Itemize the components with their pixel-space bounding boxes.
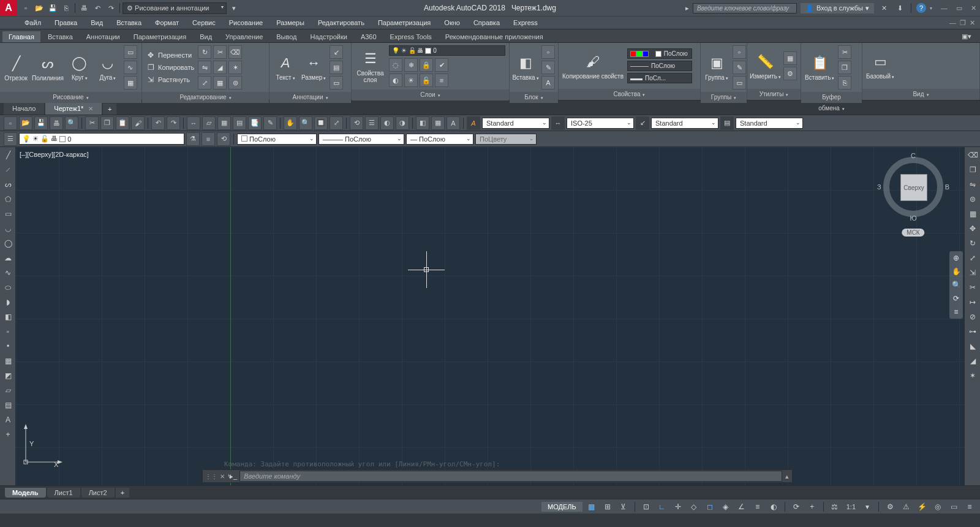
drawing-canvas[interactable]: [–][Сверху][2D-каркас] YX Сверху С Ю В З…: [16, 147, 964, 485]
layout-tab-1[interactable]: Лист1: [47, 488, 80, 498]
lineweight-dropdown[interactable]: ▬▬ ПоСл...: [627, 73, 692, 83]
table-style-dropdown[interactable]: Standard: [736, 118, 803, 129]
tb-copy-icon[interactable]: ❐: [100, 116, 114, 130]
lt-polygon-icon[interactable]: ⬠: [1, 192, 15, 206]
layout-tab-2[interactable]: Лист2: [81, 488, 115, 498]
tb-tp-icon[interactable]: ▤: [233, 116, 246, 130]
tb-mlstyle-icon[interactable]: ↙: [636, 116, 649, 130]
panel-utilities-title[interactable]: Утилиты: [747, 89, 801, 100]
status-hwaccel-icon[interactable]: ⚡: [915, 501, 929, 513]
layer-off-icon[interactable]: ◌: [389, 58, 402, 72]
file-tab-active[interactable]: Чертеж1*✕: [45, 102, 102, 115]
status-dynmode-icon[interactable]: ⊡: [639, 501, 653, 513]
minimize-button[interactable]: —: [941, 4, 948, 12]
leader-icon[interactable]: ↙: [330, 45, 343, 59]
ungroup-icon[interactable]: ▫: [733, 45, 746, 59]
status-annomon-icon[interactable]: +: [805, 501, 819, 513]
base-view-button[interactable]: ▭Базовый: [866, 52, 894, 80]
menu-dimension[interactable]: Размеры: [276, 19, 304, 26]
tb-textstyle-icon[interactable]: A: [467, 116, 480, 130]
insert-block-button[interactable]: ◧Вставка: [513, 53, 538, 82]
lt-hatch-icon[interactable]: ▦: [1, 354, 15, 368]
rt-mirror-icon[interactable]: ⇋: [966, 178, 979, 191]
text-button[interactable]: AТекст: [273, 53, 298, 82]
status-osnap-icon[interactable]: ◻: [703, 501, 717, 513]
block-create-icon[interactable]: ▫: [541, 45, 555, 59]
fillet-icon[interactable]: ◢: [213, 61, 227, 74]
lt-block-icon[interactable]: ▫: [1, 325, 15, 338]
tb-dist-icon[interactable]: ↔: [187, 116, 200, 130]
tb-dc-icon[interactable]: ▦: [217, 116, 231, 130]
status-grid-icon[interactable]: ▦: [585, 501, 598, 513]
tb-tablestyle-icon[interactable]: ▤: [720, 116, 734, 130]
rt-explode-icon[interactable]: ✶: [966, 369, 979, 382]
menu-draw[interactable]: Рисование: [229, 19, 263, 26]
status-annoscale-icon[interactable]: ⚖: [828, 501, 842, 513]
layout-tab-model[interactable]: Модель: [5, 488, 46, 498]
cmd-expand-icon[interactable]: ▴: [782, 472, 792, 480]
tb-zoom-win-icon[interactable]: 🔲: [314, 116, 328, 130]
lineweight-toolbar-dropdown[interactable]: — ПоСлою: [406, 134, 473, 145]
panel-view-title[interactable]: Вид: [862, 89, 979, 100]
status-customize-icon[interactable]: ≡: [963, 501, 976, 513]
tb-dimstyle-icon[interactable]: ↔: [551, 116, 565, 130]
lt-polyline-icon[interactable]: ᔕ: [1, 178, 15, 191]
menu-parametric[interactable]: Параметризация: [378, 19, 431, 26]
tb-layer-prev2-icon[interactable]: ⟲: [217, 132, 230, 146]
menu-help[interactable]: Справка: [473, 19, 500, 26]
maximize-button[interactable]: ▭: [956, 4, 962, 12]
status-otrack-icon[interactable]: ∠: [735, 501, 748, 513]
status-infer-icon[interactable]: ⊻: [617, 501, 630, 513]
rectangle-icon[interactable]: ▭: [124, 45, 137, 59]
ribbon-tab-manage[interactable]: Управление: [219, 31, 269, 42]
lt-table-icon[interactable]: ▤: [1, 398, 15, 412]
rt-stretch-icon[interactable]: ⇲: [966, 266, 979, 279]
rt-rotate-icon[interactable]: ↻: [966, 237, 979, 250]
lt-revcloud-icon[interactable]: ☁: [1, 251, 15, 265]
tb-matchprop-icon[interactable]: 🖌: [131, 116, 145, 130]
menu-express[interactable]: Express: [513, 19, 538, 26]
app-store-icon[interactable]: ⬇: [894, 2, 906, 14]
layer-dropdown[interactable]: 💡 ☀ 🔓 🖶 0: [389, 45, 505, 56]
save-icon[interactable]: 💾: [47, 2, 59, 14]
tb-layer-iso-icon[interactable]: ◐: [380, 116, 394, 130]
search-input[interactable]: Введите ключевое слово/фразу: [693, 3, 797, 13]
panel-draw-title[interactable]: Рисование: [0, 92, 141, 103]
tb-zoom-icon[interactable]: 🔍: [299, 116, 312, 130]
new-icon[interactable]: ▫: [20, 2, 32, 14]
command-line[interactable]: ⋮⋮✕↯ ▸_ Введите команду ▴: [202, 469, 793, 483]
lt-addsel-icon[interactable]: +: [1, 428, 15, 441]
tb-new-icon[interactable]: ▫: [4, 116, 17, 130]
lt-ellipsearc-icon[interactable]: ◗: [1, 295, 15, 309]
tb-layer-filter-icon[interactable]: ⚗: [186, 132, 200, 146]
nav-orbit-icon[interactable]: ⟳: [953, 294, 959, 303]
ml-style-dropdown[interactable]: Standard: [651, 118, 718, 129]
lt-insert-icon[interactable]: ◧: [1, 310, 15, 324]
hatch-icon[interactable]: ▦: [124, 76, 137, 89]
panel-modify-title[interactable]: Редактирование: [142, 92, 269, 103]
lt-mtext-icon[interactable]: A: [1, 413, 15, 427]
offset-icon[interactable]: ⊜: [228, 76, 242, 89]
saveas-icon[interactable]: ⎘: [60, 2, 72, 14]
status-scale[interactable]: 1:1: [844, 503, 858, 510]
menu-file[interactable]: Файл: [24, 19, 41, 26]
cmd-close-icon[interactable]: ✕: [220, 473, 225, 480]
ribbon-tab-featured[interactable]: Рекомендованные приложения: [439, 31, 549, 42]
tb-layerprops-icon[interactable]: ☰: [4, 132, 17, 146]
nav-pan-icon[interactable]: ✋: [952, 267, 961, 276]
ribbon-tab-output[interactable]: Вывод: [270, 31, 303, 42]
nav-full-icon[interactable]: ⊕: [953, 254, 959, 262]
line-button[interactable]: ╱Отрезок: [4, 54, 28, 82]
layer-unlock-icon[interactable]: 🔓: [420, 74, 433, 87]
lt-spline-icon[interactable]: ∿: [1, 266, 15, 279]
rt-move-icon[interactable]: ✥: [966, 222, 979, 235]
status-annoauto-icon[interactable]: ▾: [861, 501, 874, 513]
ribbon-tab-view[interactable]: Вид: [194, 31, 218, 42]
group-bbox-icon[interactable]: ▭: [733, 76, 746, 89]
lt-arc-icon[interactable]: ◡: [1, 222, 15, 235]
layer-toolbar-dropdown[interactable]: 💡 ☀ 🔓 🖶 0: [19, 133, 184, 145]
rt-chamfer-icon[interactable]: ◣: [966, 339, 979, 353]
layer-iso-icon[interactable]: ◐: [389, 74, 402, 87]
layer-properties-button[interactable]: ☰Свойства слоя: [355, 49, 385, 83]
redo-icon[interactable]: ↷: [105, 2, 117, 14]
